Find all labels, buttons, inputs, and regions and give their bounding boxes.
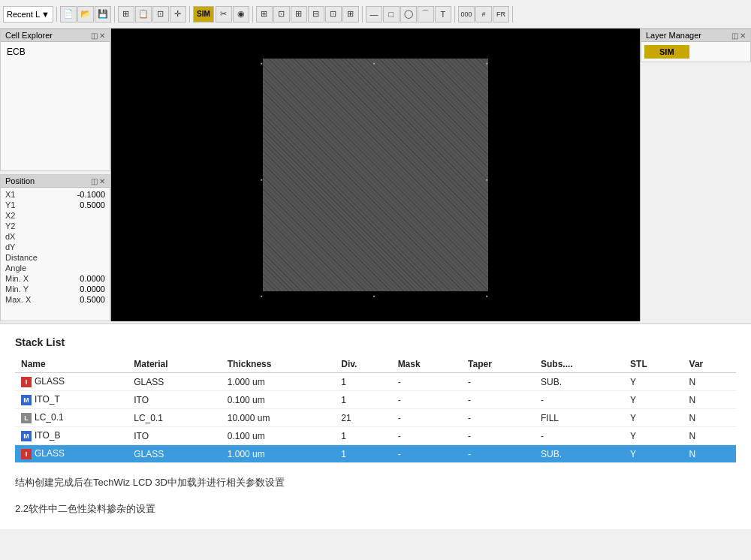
shape-btn-1[interactable]: —	[366, 6, 382, 23]
move-button[interactable]: ✛	[170, 6, 186, 23]
table-row[interactable]: IGLASS GLASS 1.000 um 1 - - SUB. Y N	[15, 373, 736, 391]
cell-var-1: N	[683, 391, 736, 409]
cell-var-4: N	[683, 445, 736, 463]
cell-thickness-2: 10.000 um	[222, 409, 336, 427]
col-thickness: Thickness	[222, 356, 336, 373]
cell-name-1: MITO_T	[15, 391, 128, 409]
copy-button[interactable]: ⊞	[118, 6, 134, 23]
pos-dy-row: dY	[1, 242, 110, 252]
cell-stl-3: Y	[624, 427, 683, 445]
col-stl: STL	[624, 356, 683, 373]
corner-tr-marker	[486, 56, 490, 61]
cell-explorer-close[interactable]: ✕	[99, 32, 105, 40]
col-subs: Subs....	[535, 356, 624, 373]
zoom-btn-4[interactable]: ⊟	[308, 6, 324, 23]
stack-list-title: Stack List	[15, 336, 736, 348]
recent-label: Recent L	[7, 10, 40, 19]
corner-mr-marker	[486, 173, 490, 177]
position-dock[interactable]: ◫	[91, 177, 98, 185]
zoom-btn-1[interactable]: ⊞	[256, 6, 273, 23]
cell-stl-2: Y	[624, 409, 683, 427]
cell-stl-4: Y	[624, 445, 683, 463]
table-row[interactable]: IGLASS GLASS 1.000 um 1 - - SUB. Y N	[15, 445, 736, 463]
cell-material-1: ITO	[128, 391, 222, 409]
table-row[interactable]: MITO_T ITO 0.100 um 1 - - - Y N	[15, 391, 736, 409]
cell-mask-4: -	[392, 445, 462, 463]
sim-tab[interactable]: SIM	[644, 45, 689, 59]
position-panel: Position ◫ ✕ X1 -0.1000 Y1 0.5000	[0, 174, 110, 321]
pos-maxx-row: Max. X 0.5000	[1, 294, 110, 305]
layer-manager-dock[interactable]: ◫	[731, 32, 738, 40]
zoom-btn-3[interactable]: ⊞	[291, 6, 307, 23]
description-text-1: 结构创建完成后在TechWiz LCD 3D中加载并进行相关参数设置	[15, 475, 736, 491]
pos-minx-value: 0.0000	[80, 274, 105, 283]
pos-x2-label: X2	[5, 211, 15, 220]
layer-manager-header: Layer Manager ◫ ✕	[641, 29, 750, 42]
zoom-btn-2[interactable]: ⊡	[273, 6, 290, 23]
cell-explorer-dock[interactable]: ◫	[91, 32, 98, 40]
open-button[interactable]: 📂	[77, 6, 94, 23]
toolbar-group-2: ⊞ 📋 ⊡ ✛	[118, 6, 190, 23]
num-btn-2[interactable]: #	[475, 6, 492, 23]
select-button[interactable]: ⊡	[152, 6, 169, 23]
cell-material-2: LC_0.1	[128, 409, 222, 427]
pos-distance-row: Distance	[1, 252, 110, 263]
save-button[interactable]: 💾	[95, 6, 111, 23]
cell-item-ecb[interactable]: ECB	[4, 45, 107, 59]
shape-btn-3[interactable]: ◯	[400, 6, 417, 23]
position-panel-actions: ◫ ✕	[91, 177, 105, 185]
zoom-btn-6[interactable]: ⊞	[342, 6, 359, 23]
workspace: Cell Explorer ◫ ✕ ECB ↖ ✛ ↗ ⊞ ⊟ ↺ ↻	[0, 29, 751, 321]
cell-material-3: ITO	[128, 427, 222, 445]
tool-btn-2[interactable]: ◉	[233, 6, 249, 23]
cell-mask-0: -	[392, 373, 462, 391]
pos-y1-row: Y1 0.5000	[1, 200, 110, 210]
pos-y1-label: Y1	[5, 200, 15, 209]
corner-bl-marker	[261, 289, 265, 294]
shape-btn-4[interactable]: ⌒	[418, 6, 434, 23]
position-close[interactable]: ✕	[99, 177, 105, 185]
toolbar-group-3: ✂ ◉	[216, 6, 253, 23]
row-icon-3: M	[21, 431, 32, 441]
layer-manager-close[interactable]: ✕	[740, 32, 746, 40]
cell-subs-4: SUB.	[535, 445, 624, 463]
pos-x1-row: X1 -0.1000	[1, 189, 110, 200]
zoom-btn-5[interactable]: ⊡	[325, 6, 342, 23]
num-btn-1[interactable]: 000	[458, 6, 475, 23]
pos-x1-value: -0.1000	[77, 190, 105, 199]
new-button[interactable]: 📄	[60, 6, 77, 23]
toolbar-group-1: 📄 📂 💾	[60, 6, 115, 23]
pos-y2-label: Y2	[5, 221, 15, 230]
pos-y1-value: 0.5000	[80, 200, 105, 209]
num-btn-3[interactable]: FR	[493, 6, 509, 23]
cell-stl-1: Y	[624, 391, 683, 409]
pos-miny-label: Min. Y	[5, 285, 29, 294]
canvas-area[interactable]	[111, 29, 640, 321]
shape-btn-5[interactable]: T	[435, 6, 451, 23]
cell-var-3: N	[683, 427, 736, 445]
cell-div-1: 1	[335, 391, 391, 409]
paste-button[interactable]: 📋	[135, 6, 152, 23]
cell-explorer-title: Cell Explorer	[5, 31, 53, 40]
cell-name-2: LLC_0.1	[15, 409, 128, 427]
row-icon-4: I	[21, 449, 32, 459]
dropdown-arrow: ▼	[41, 10, 50, 19]
toolbar-group-6: 000 # FR	[458, 6, 513, 23]
col-mask: Mask	[392, 356, 462, 373]
sim-toolbar-badge[interactable]: SIM	[193, 6, 214, 23]
stack-table-body: IGLASS GLASS 1.000 um 1 - - SUB. Y N MIT…	[15, 373, 736, 463]
pos-angle-row: Angle	[1, 263, 110, 273]
table-row[interactable]: MITO_B ITO 0.100 um 1 - - - Y N	[15, 427, 736, 445]
tool-btn-1[interactable]: ✂	[216, 6, 232, 23]
pos-angle-label: Angle	[5, 263, 26, 272]
shape-btn-2[interactable]: □	[383, 6, 400, 23]
cell-subs-3: -	[535, 427, 624, 445]
corner-tl-marker	[261, 56, 265, 61]
table-row[interactable]: LLC_0.1 LC_0.1 10.000 um 21 - - FILL Y N	[15, 409, 736, 427]
col-taper: Taper	[462, 356, 535, 373]
toolbar-separator-1	[56, 7, 57, 22]
corner-tm-marker	[373, 56, 378, 61]
toolbar: Recent L ▼ 📄 📂 💾 ⊞ 📋 ⊡ ✛ SIM ✂ ◉ ⊞ ⊡ ⊞ ⊟…	[0, 0, 751, 29]
col-material: Material	[128, 356, 222, 373]
recent-dropdown[interactable]: Recent L ▼	[3, 6, 53, 23]
